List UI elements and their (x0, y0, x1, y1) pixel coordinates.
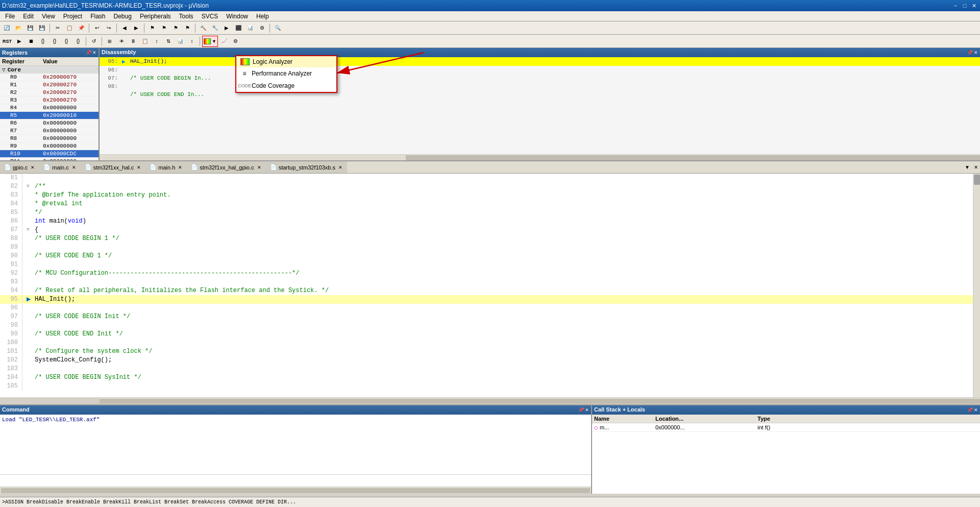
tb2-step2[interactable]: {} (49, 36, 60, 47)
tb-nav-fwd[interactable]: ▶ (131, 22, 142, 34)
tb2-stop[interactable]: ⏹ (26, 36, 37, 47)
disasm-content[interactable]: 95: ▶ HAL_Init(); 96: 97: /* USER CODE B… (100, 57, 980, 154)
tb-undo[interactable]: ↩ (91, 22, 103, 34)
disassembly-close[interactable]: ✕ (974, 49, 978, 56)
code-editor[interactable]: 81 82 ▽ /** 83 * @brief The application … (0, 174, 973, 397)
callstack-close[interactable]: ✕ (974, 406, 978, 414)
menu-debug[interactable]: Debug (110, 11, 136, 21)
tb2-b4[interactable]: 📊 (175, 36, 186, 47)
tb-paste[interactable]: 📌 (76, 22, 87, 34)
menu-window[interactable]: Window (222, 11, 252, 21)
menu-project[interactable]: Project (59, 11, 86, 21)
tab-gpio-label: gpio.c (13, 164, 28, 171)
tb-search[interactable]: 🔍 (272, 22, 283, 34)
tb2-b1[interactable]: ↺ (88, 36, 100, 47)
command-close[interactable]: ✕ (585, 406, 589, 414)
tab-startup-close[interactable]: ✕ (338, 165, 342, 170)
registers-pin[interactable]: 📌 (86, 50, 91, 55)
tb-b1[interactable]: ⚑ (146, 22, 158, 34)
tb-open[interactable]: 📂 (13, 22, 24, 34)
tb-build[interactable]: 🔨 (198, 22, 209, 34)
registers-list[interactable]: ▽Core R0 0x20000070 R1 0x20000270 R2 0x2… (0, 66, 99, 160)
core-group[interactable]: ▽Core (0, 66, 99, 74)
tab-main-close[interactable]: ✕ (72, 165, 76, 170)
dropdown-logic-analyzer[interactable]: Logic Analyzer (236, 56, 336, 67)
disasm-hscrollbar[interactable] (100, 154, 980, 160)
tb-b6[interactable]: ⬛ (233, 22, 244, 34)
tab-gpio-c[interactable]: 📄 gpio.c ✕ (0, 161, 39, 173)
cs-row-0: ◇ m... 0x000000... int f() (592, 423, 980, 432)
command-input[interactable] (0, 475, 581, 487)
tb2-b7[interactable]: ⚙ (230, 36, 241, 47)
menu-flash[interactable]: Flash (86, 11, 109, 21)
tb-b2[interactable]: ⚑ (158, 22, 169, 34)
tb2-disasm[interactable]: ⊞ (104, 36, 115, 47)
tb2-mem[interactable]: Ⅲ (128, 36, 139, 47)
registers-close[interactable]: ✕ (92, 50, 96, 55)
code-vscrollbar[interactable] (973, 174, 980, 397)
tb-save[interactable]: 💾 (24, 22, 36, 34)
tb2-step[interactable]: {} (37, 36, 48, 47)
menu-tools[interactable]: Tools (175, 11, 198, 21)
tb-b5[interactable]: ▶ (221, 22, 232, 34)
tb-nav-back[interactable]: ◀ (119, 22, 130, 34)
tab-main-c[interactable]: 📄 main.c ✕ (39, 161, 80, 173)
tb-b7[interactable]: 📊 (244, 22, 256, 34)
maximize-button[interactable]: □ (961, 2, 969, 10)
tb2-b2[interactable]: ↕ (151, 36, 162, 47)
tb-redo[interactable]: ↪ (103, 22, 114, 34)
minimize-button[interactable]: − (951, 2, 960, 10)
tb2-b6[interactable]: 📈 (218, 36, 230, 47)
command-pin[interactable]: 📌 (578, 406, 584, 414)
tab-mainh-close[interactable]: ✕ (178, 165, 182, 170)
reg-row-r4: R4 0x00000000 (0, 104, 99, 112)
menu-view[interactable]: View (38, 11, 59, 21)
tab-gpioh-close[interactable]: ✕ (257, 165, 261, 170)
callstack-panel: Call Stack + Locals 📌 ✕ Name Location...… (592, 405, 980, 494)
tab-stm32hal-close[interactable]: ✕ (137, 165, 141, 170)
tab-main-h[interactable]: 📄 main.h ✕ (145, 161, 187, 173)
code-line-94: 94 /* Reset of all peripherals, Initiali… (0, 286, 973, 295)
cs-type: int f() (757, 424, 978, 430)
tb-build2[interactable]: 🔧 (209, 22, 220, 34)
tb-b3[interactable]: ⚑ (170, 22, 181, 34)
code-hscrollbar[interactable] (100, 397, 980, 404)
tb2-b3[interactable]: ⇅ (163, 36, 174, 47)
tab-startup[interactable]: 📄 startup_stm32f103xb.s ✕ (266, 161, 347, 173)
tb2-step4[interactable]: {} (72, 36, 84, 47)
menu-help[interactable]: Help (252, 11, 273, 21)
callstack-pin[interactable]: 📌 (967, 406, 973, 414)
menu-peripherals[interactable]: Peripherals (136, 11, 175, 21)
menu-edit[interactable]: Edit (19, 11, 38, 21)
dropdown-performance-analyzer[interactable]: ≡ Performance Analyzer (236, 67, 336, 80)
tb-b8[interactable]: ⚙ (256, 22, 267, 34)
command-input-area[interactable] (0, 474, 591, 487)
tab-gpio-close[interactable]: ✕ (31, 165, 35, 170)
tabs-dropdown[interactable]: ▼ (963, 161, 972, 173)
dropdown-code-coverage[interactable]: CODE Code Coverage (236, 80, 336, 92)
tb-save-all[interactable]: 💾 (36, 22, 47, 34)
tb2-watch[interactable]: 👁 (116, 36, 127, 47)
toolbar-1: 🔄 📂 💾 💾 ✂ 📋 📌 ↩ ↪ ◀ ▶ ⚑ ⚑ ⚑ ⚑ 🔨 🔧 ▶ ⬛ 📊 … (0, 21, 980, 35)
tb2-step3[interactable]: {} (61, 36, 72, 47)
disassembly-pin[interactable]: 📌 (967, 49, 973, 56)
tb2-trace[interactable]: 📋 (139, 36, 151, 47)
menu-file[interactable]: File (1, 11, 19, 21)
tabs-close-all[interactable]: ✕ (972, 161, 980, 173)
tb2-b5[interactable]: ↕ (186, 36, 198, 47)
tb-copy[interactable]: 📋 (64, 22, 75, 34)
tb-cut[interactable]: ✂ (52, 22, 63, 34)
tab-stm32hal-c[interactable]: 📄 stm32f1xx_hal.c ✕ (81, 161, 145, 173)
close-button[interactable]: ✕ (970, 2, 978, 10)
code-line-88: 88 /* USER CODE BEGIN 1 */ (0, 234, 973, 243)
tb-new[interactable]: 🔄 (1, 22, 12, 34)
menu-svcs[interactable]: SVCS (198, 11, 223, 21)
reg-row-r5: R5 0x20000010 (0, 112, 99, 119)
tb2-reset[interactable]: RST (1, 36, 13, 47)
tb2-analyzer[interactable]: ▼ (202, 36, 218, 47)
command-scrollbar[interactable] (0, 487, 591, 494)
code-line-87: 87 ▽ { (0, 226, 973, 234)
tb2-run[interactable]: ▶ (14, 36, 25, 47)
tb-b4[interactable]: ⚑ (182, 22, 193, 34)
tab-gpio-h[interactable]: 📄 stm32f1xx_hal_gpio.c ✕ (187, 161, 265, 173)
